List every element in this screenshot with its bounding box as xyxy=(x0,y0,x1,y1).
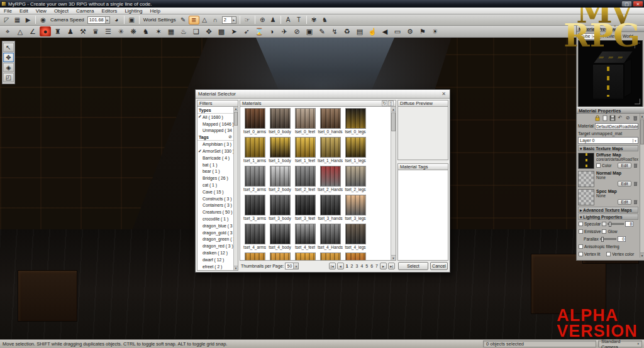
screenshot-icon[interactable]: ▣ xyxy=(126,16,137,24)
page-number-4[interactable]: 4 xyxy=(360,264,364,268)
material-preview-viewport[interactable] xyxy=(578,40,643,107)
terrain-icon[interactable]: △ xyxy=(199,16,210,24)
basic-texture-maps-header[interactable]: ▾ Basic Texture Maps xyxy=(578,145,638,151)
scene-blocks-icon[interactable]: ▦ xyxy=(12,16,23,24)
recycle-tool-icon[interactable]: ♻ xyxy=(341,26,353,36)
scroll-up-icon[interactable]: ▲ xyxy=(234,107,238,111)
scrollbar-thumb[interactable] xyxy=(391,112,396,131)
filter-item[interactable]: ✓All ( 1680 ) xyxy=(197,114,233,121)
refresh-materials-icon[interactable]: ↻ xyxy=(382,101,387,106)
filter-item[interactable]: Creatures ( 50 ) xyxy=(197,209,233,215)
first-page-button[interactable]: |◂ xyxy=(329,263,336,269)
label-t-icon[interactable]: T xyxy=(294,16,304,24)
page-number-7[interactable]: 7 xyxy=(375,264,379,268)
filter-item[interactable]: crocodile ( 1 ) xyxy=(197,215,233,222)
transform-tool-icon[interactable]: ✥ xyxy=(203,26,214,36)
material-item[interactable]: tset_0_body xyxy=(267,108,292,137)
menu-item-edit[interactable]: Edit xyxy=(16,8,32,14)
page-number-5[interactable]: 5 xyxy=(365,264,369,268)
filter-item[interactable]: bat ( 1 ) xyxy=(197,161,233,168)
light-tool-icon[interactable]: ✶ xyxy=(153,26,164,36)
material-item[interactable]: tset_2_legs xyxy=(343,166,368,195)
title-bar[interactable]: MyRPG - Create your own 3D RPG without a… xyxy=(0,0,644,8)
delete-map-icon[interactable] xyxy=(633,181,638,187)
clear-tags-icon[interactable]: ⊘ xyxy=(228,134,232,139)
material-item[interactable]: tset_4_legs xyxy=(343,224,368,253)
filter-item[interactable]: draiken ( 12 ) xyxy=(197,249,233,256)
filter-item[interactable]: Amphibian ( 3 ) xyxy=(197,141,233,148)
material-item[interactable]: tset_1_Hands xyxy=(318,137,343,166)
filter-item[interactable]: bear ( 1 ) xyxy=(197,168,233,175)
pointer-tool[interactable]: ↖ xyxy=(3,43,14,52)
dialog-close-icon[interactable]: ✕ xyxy=(440,91,447,97)
materials-scrollbar[interactable]: ▲ ▼ xyxy=(391,107,396,260)
close-button[interactable]: ✕ xyxy=(633,1,643,7)
material-item[interactable]: tset_0_arms xyxy=(242,108,267,137)
snap-size-input[interactable]: 2▸ xyxy=(222,16,236,24)
angle-tool-icon[interactable]: ∠ xyxy=(27,26,38,36)
material-item[interactable]: tset_1_arms xyxy=(242,137,267,166)
terrain-tool-icon[interactable]: △ xyxy=(14,26,26,36)
material-item[interactable]: tset_4_feet xyxy=(292,224,318,253)
dialog-tool-icon[interactable]: ❏ xyxy=(191,26,202,36)
properties-scrollbar[interactable]: ▲ ▼ xyxy=(640,114,644,258)
quest-tool-icon[interactable]: ♛ xyxy=(90,26,101,36)
filter-item[interactable]: Cave ( 15 ) xyxy=(197,188,233,195)
move-tool[interactable]: ✥ xyxy=(3,53,14,62)
object-align-icon[interactable]: ≣ xyxy=(189,16,199,24)
emissive-checkbox[interactable] xyxy=(579,229,583,234)
npc-pair-icon[interactable]: ♟ xyxy=(268,16,279,24)
spinner-icon[interactable]: ▸ xyxy=(105,17,109,23)
tile-tool-icon[interactable]: ▦ xyxy=(165,26,177,36)
flag-tool-icon[interactable]: ⚑ xyxy=(417,26,428,36)
map-thumbnail[interactable] xyxy=(578,189,594,205)
material-item[interactable]: tset_5_arms xyxy=(242,253,267,260)
menu-item-object[interactable]: Object xyxy=(50,8,72,14)
scrollbar-thumb[interactable] xyxy=(640,119,644,144)
select-tool-icon[interactable]: ◸ xyxy=(1,16,12,24)
magnet-snap-icon[interactable]: ∩ xyxy=(210,16,221,24)
scale-tool[interactable]: ◰ xyxy=(3,73,14,82)
material-item[interactable]: tset_5_body xyxy=(267,253,292,260)
effects-tool-icon[interactable]: ❋ xyxy=(128,26,139,36)
material-item[interactable]: tset_2_feet xyxy=(292,166,318,195)
settings-tool-icon[interactable]: ⚙ xyxy=(404,26,416,36)
specular-slider[interactable] xyxy=(608,223,624,225)
save-icon[interactable] xyxy=(609,115,616,121)
material-item[interactable]: tset_2_arms xyxy=(242,166,267,195)
menu-item-camera[interactable]: Camera xyxy=(72,8,97,14)
map-thumbnail[interactable] xyxy=(578,153,594,169)
menu-item-editors[interactable]: Editors xyxy=(97,8,121,14)
camera-mode-dropdown[interactable]: Standard Camera ▾ xyxy=(598,340,642,347)
prev-page-button[interactable]: ◂ xyxy=(337,263,344,269)
scrollbar-thumb[interactable] xyxy=(234,112,238,126)
material-item[interactable]: tset_5_feet xyxy=(292,253,318,260)
map-thumbnail[interactable] xyxy=(578,171,594,187)
material-item[interactable]: tset_5_Hands xyxy=(318,253,343,260)
specular-color-swatch[interactable] xyxy=(602,222,606,226)
edit-button[interactable]: Edit xyxy=(618,163,631,168)
filter-item[interactable]: efreet ( 2 ) xyxy=(197,263,233,270)
flora-icon[interactable]: ✾ xyxy=(309,16,319,24)
building-tool-icon[interactable]: ♜ xyxy=(52,26,64,36)
vertex-lit-checkbox[interactable] xyxy=(579,252,583,256)
delete-map-icon[interactable] xyxy=(633,199,638,205)
scroll-down-icon[interactable]: ▼ xyxy=(640,253,644,258)
scroll-down-icon[interactable]: ▼ xyxy=(391,255,396,260)
material-item[interactable]: tset_1_body xyxy=(267,137,292,166)
camera-icon[interactable]: ◉ xyxy=(38,16,48,24)
filter-item[interactable]: dragon_gold ( 3 ) xyxy=(197,229,233,236)
camera-speed-value-input[interactable]: 101.68▸ xyxy=(87,16,110,24)
stairs-tool-icon[interactable]: ↯ xyxy=(329,26,340,36)
page-number-3[interactable]: 3 xyxy=(355,264,358,268)
filter-item[interactable]: Barricade ( 4 ) xyxy=(197,155,233,161)
new-material-icon[interactable] xyxy=(602,115,608,121)
material-item[interactable]: tset_4_Hands xyxy=(318,224,343,253)
specular-value[interactable]: 8 xyxy=(625,221,633,227)
filter-item[interactable]: Mapped ( 1646 ) xyxy=(197,121,233,128)
material-item[interactable]: tset_4_body xyxy=(267,224,292,253)
menu-item-lighting[interactable]: Lighting xyxy=(121,8,146,14)
per-page-dropdown[interactable]: 50 ▾ xyxy=(285,263,299,269)
specular-checkbox[interactable] xyxy=(579,222,583,226)
timer-tool-icon[interactable]: ⌛ xyxy=(253,26,265,36)
